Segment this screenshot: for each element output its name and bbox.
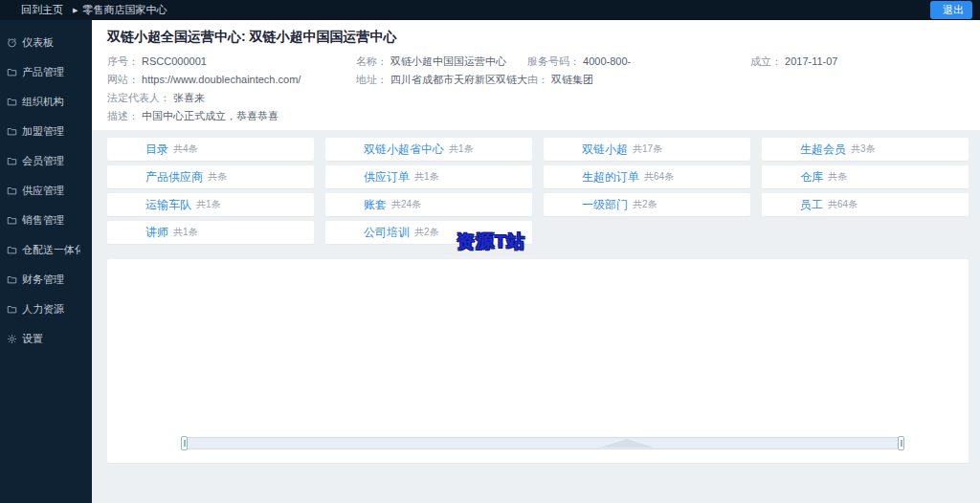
- quick-add-card[interactable]: 仓库 共条: [762, 165, 969, 188]
- quick-card-count: 共2条: [414, 226, 439, 239]
- sidebar-item-label: 人力资源: [22, 302, 64, 317]
- quick-card-label: 账套: [364, 197, 387, 213]
- breadcrumb-arrow-icon: ▶: [73, 7, 78, 14]
- quick-card-label: 公司培训: [364, 225, 410, 241]
- field-value: 双链小超中国国运营中心: [390, 55, 506, 67]
- sidebar-item[interactable]: 销售管理: [0, 206, 92, 235]
- quick-card-count: 共1条: [196, 198, 221, 211]
- quick-card-count: 共17条: [633, 142, 662, 156]
- sidebar-item-label: 仪表板: [22, 35, 54, 50]
- quick-add-card[interactable]: 供应订单 共1条: [325, 165, 532, 188]
- folder-icon: [7, 97, 17, 107]
- datazoom-right-handle[interactable]: [898, 436, 904, 450]
- folder-icon: [7, 245, 17, 255]
- field-label: 服务号码：: [527, 55, 580, 67]
- quick-card-label: 双链小超: [582, 142, 628, 158]
- quick-add-card[interactable]: 讲师 共1条: [107, 221, 314, 244]
- quick-add-card[interactable]: 产品供应商 共条: [107, 165, 314, 188]
- quick-card-count: 共64条: [828, 198, 858, 211]
- field-label: 法定代表人：: [107, 92, 170, 103]
- quick-card-count: 共1条: [449, 142, 474, 156]
- quick-card-count: 共64条: [644, 170, 674, 184]
- breadcrumb[interactable]: ▶ 零售商店国家中心: [73, 3, 167, 17]
- entity-field: 地址： 四川省成都市天府新区双链大厦: [356, 73, 527, 87]
- quick-add-grid: 目录 共4条 双链小超省中心 共1条 双链小超 共17条 生超会员 共3条 产品…: [107, 138, 969, 244]
- entity-field: 名称： 双链小超中国国运营中心: [356, 55, 527, 69]
- breadcrumb-label: 零售商店国家中心: [82, 3, 167, 17]
- quick-add-card[interactable]: 一级部门 共2条: [544, 193, 750, 216]
- quick-card-count: 共4条: [173, 142, 198, 156]
- sidebar-item[interactable]: 产品管理: [0, 57, 92, 87]
- quick-add-card[interactable]: 员工 共64条: [762, 193, 969, 216]
- quick-card-count: 共1条: [414, 170, 439, 184]
- field-label: 名称：: [356, 55, 388, 67]
- sidebar-item[interactable]: 设置: [0, 324, 92, 354]
- top-bar: 回到主页 ▶ 零售商店国家中心 退出: [0, 0, 980, 20]
- stacked-area-chart[interactable]: [115, 283, 961, 436]
- quick-add-card[interactable]: 目录 共4条: [107, 138, 314, 161]
- quick-card-count: 共1条: [173, 226, 198, 239]
- entity-fields: 序号： RSCC000001 名称： 双链小超中国国运营中心 服务号码： 400…: [107, 55, 965, 123]
- sidebar-item-label: 仓配送一体化: [22, 243, 80, 257]
- sidebar-item[interactable]: 供应管理: [0, 176, 92, 206]
- folder-icon: [7, 67, 17, 77]
- sidebar-item[interactable]: 人力资源: [0, 295, 92, 324]
- field-value: https://www.doublechaintech.com/: [142, 74, 301, 85]
- sidebar-item-label: 产品管理: [22, 65, 64, 79]
- sidebar-item[interactable]: 仓配送一体化: [0, 235, 92, 265]
- quick-add-card[interactable]: 双链小超 共17条: [544, 138, 750, 161]
- sidebar-item-label: 供应管理: [22, 184, 64, 198]
- sidebar-item-label: 组织机构: [22, 95, 64, 109]
- quick-card-label: 双链小超省中心: [364, 142, 444, 158]
- field-value: 中国中心正式成立，恭喜恭喜: [142, 110, 278, 121]
- quick-card-label: 供应订单: [364, 169, 410, 186]
- sidebar-item[interactable]: 组织机构: [0, 87, 92, 117]
- page-title: 双链小超全国运营中心: 双链小超中国国运营中心: [107, 29, 965, 46]
- sidebar-item[interactable]: 加盟管理: [0, 117, 92, 146]
- field-value: 四川省成都市天府新区双链大厦: [390, 74, 527, 85]
- quick-add-card[interactable]: 生超的订单 共64条: [544, 165, 750, 188]
- quick-add-card[interactable]: 账套 共24条: [325, 193, 532, 216]
- topbar-left: 回到主页 ▶ 零售商店国家中心: [8, 3, 167, 17]
- entity-field: 序号： RSCC000001: [107, 55, 356, 69]
- quick-card-label: 目录: [145, 142, 168, 158]
- quick-card-label: 一级部门: [582, 197, 628, 213]
- sidebar-item-label: 会员管理: [22, 154, 64, 168]
- datazoom-slider[interactable]: [184, 437, 902, 449]
- back-to-home-link[interactable]: 回到主页: [17, 3, 63, 17]
- quick-card-count: 共条: [208, 170, 227, 184]
- field-value: 双链集团: [551, 74, 593, 85]
- sidebar-item-label: 加盟管理: [22, 124, 64, 139]
- quick-card-label: 讲师: [145, 225, 168, 241]
- chart-legend: [115, 266, 961, 281]
- quick-add-card[interactable]: 生超会员 共3条: [762, 138, 969, 161]
- logout-button[interactable]: 退出: [930, 1, 972, 19]
- sidebar: 仪表板 产品管理 组织机构 加盟管理 会员管理 供应管理 销售管理: [0, 20, 92, 503]
- field-value: 2017-11-07: [785, 55, 837, 67]
- sidebar-item[interactable]: 财务管理: [0, 265, 92, 295]
- sidebar-item[interactable]: 会员管理: [0, 146, 92, 176]
- quick-card-count: 共24条: [391, 198, 421, 211]
- datazoom-left-handle[interactable]: [181, 436, 188, 450]
- folder-icon: [7, 215, 17, 226]
- quick-card-label: 产品供应商: [145, 169, 203, 186]
- quick-card-label: 运输车队: [145, 197, 191, 213]
- entity-field: 服务号码： 4000-800-: [527, 55, 750, 69]
- entity-field: 网站： https://www.doublechaintech.com/: [107, 73, 356, 87]
- quick-add-card[interactable]: 运输车队 共1条: [107, 193, 314, 216]
- field-label: 网站：: [107, 74, 139, 85]
- folder-icon: [7, 274, 17, 285]
- quick-card-label: 生超的订单: [582, 169, 639, 186]
- quick-add-card[interactable]: 双链小超省中心 共1条: [325, 138, 532, 161]
- field-value: 4000-800-: [583, 55, 631, 67]
- folder-icon: [7, 126, 17, 137]
- field-label: 由：: [527, 74, 548, 85]
- quick-card-count: 共3条: [851, 142, 876, 156]
- quick-card-label: 员工: [800, 197, 823, 213]
- main-content: 双链小超全国运营中心: 双链小超中国国运营中心 序号： RSCC000001 名…: [92, 20, 980, 463]
- folder-icon: [7, 186, 17, 196]
- entity-field: 成立： 2017-11-07: [750, 55, 965, 69]
- sidebar-item[interactable]: 仪表板: [0, 28, 92, 57]
- watermark: 资源T站: [457, 230, 526, 254]
- quick-card-label: 仓库: [800, 169, 823, 186]
